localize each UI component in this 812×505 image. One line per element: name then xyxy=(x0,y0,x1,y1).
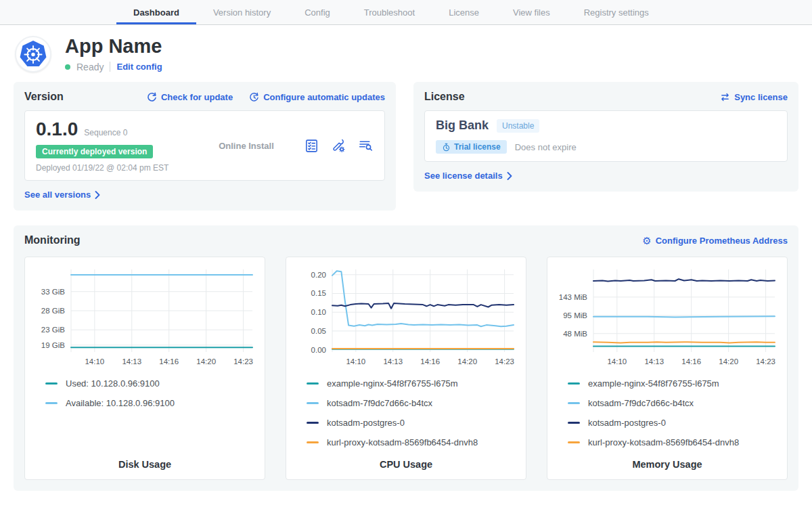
status-dot-icon xyxy=(65,64,70,70)
sync-license-button[interactable]: Sync license xyxy=(720,92,788,102)
legend-item: example-nginx-54f8f76755-l675m xyxy=(556,374,779,393)
logs-magnifier-icon xyxy=(358,139,374,152)
legend-label: example-nginx-54f8f76755-l675m xyxy=(327,378,458,389)
tab-view-files[interactable]: View files xyxy=(496,0,567,24)
channel-badge: Unstable xyxy=(497,119,539,133)
svg-text:0.20: 0.20 xyxy=(311,271,326,279)
deployed-badge: Currently deployed version xyxy=(36,145,153,158)
legend-item: kotsadm-postgres-0 xyxy=(556,413,779,433)
refresh-icon xyxy=(147,92,157,102)
legend-item: Used: 10.128.0.96:9100 xyxy=(33,374,256,393)
license-panel: Big Bank Unstable Trial license Does not… xyxy=(424,110,788,162)
tab-dashboard[interactable]: Dashboard xyxy=(116,0,196,24)
sync-arrows-icon xyxy=(720,92,730,102)
disk-usage-svg: 14:1014:1314:1614:2014:2333 GiB28 GiB23 … xyxy=(33,265,256,368)
legend-swatch xyxy=(307,382,319,385)
stopwatch-icon xyxy=(442,143,451,152)
svg-text:14:20: 14:20 xyxy=(457,357,477,366)
svg-text:14:10: 14:10 xyxy=(85,357,104,366)
legend-label: Used: 10.128.0.96:9100 xyxy=(66,378,160,389)
svg-text:19 GiB: 19 GiB xyxy=(41,341,65,349)
cpu-usage-card: 14:1014:1314:1614:2014:230.200.150.100.0… xyxy=(286,257,526,480)
svg-text:14:16: 14:16 xyxy=(159,357,179,366)
memory-usage-plot: 14:1014:1314:1614:2014:23143 MiB95 MiB48… xyxy=(556,265,779,368)
tab-config[interactable]: Config xyxy=(288,0,347,24)
legend-item: kurl-proxy-kotsadm-8569fb6454-dnvh8 xyxy=(294,433,518,452)
version-card-title: Version xyxy=(24,91,64,103)
legend-label: Available: 10.128.0.96:9100 xyxy=(66,398,175,408)
edit-config-icon-button[interactable] xyxy=(331,138,346,153)
svg-text:95 MiB: 95 MiB xyxy=(563,311,587,320)
tab-version-history[interactable]: Version history xyxy=(196,0,288,24)
svg-text:14:20: 14:20 xyxy=(196,357,216,366)
chart-title: CPU Usage xyxy=(294,452,518,470)
app-status: Ready xyxy=(76,62,104,72)
app-title: App Name xyxy=(65,36,162,56)
svg-text:0.15: 0.15 xyxy=(311,289,326,297)
legend-swatch xyxy=(307,402,319,404)
svg-text:143 MiB: 143 MiB xyxy=(559,293,588,301)
legend-swatch xyxy=(568,441,580,443)
app-logo xyxy=(15,36,51,72)
license-card-title: License xyxy=(424,91,465,103)
configure-prometheus-button[interactable]: ⚙ Configure Prometheus Address xyxy=(642,236,788,246)
preflight-checks-button[interactable] xyxy=(304,139,319,153)
monitoring-section: Monitoring ⚙ Configure Prometheus Addres… xyxy=(14,225,798,491)
chart-title: Memory Usage xyxy=(556,452,779,470)
deployed-timestamp: Deployed 01/19/22 @ 02:04 pm EST xyxy=(36,163,188,173)
svg-text:14:10: 14:10 xyxy=(346,357,365,366)
wrench-gear-icon xyxy=(331,138,346,153)
check-for-update-button[interactable]: Check for update xyxy=(147,92,233,102)
gear-icon: ⚙ xyxy=(642,236,651,246)
svg-text:14:23: 14:23 xyxy=(756,357,775,366)
svg-text:0.05: 0.05 xyxy=(311,327,326,335)
legend-item: Available: 10.128.0.96:9100 xyxy=(33,393,256,413)
disk-usage-card: 14:1014:1314:1614:2014:2333 GiB28 GiB23 … xyxy=(24,257,265,480)
tab-license[interactable]: License xyxy=(432,0,496,24)
legend-label: kotsadm-7f9dc7d66c-b4tcx xyxy=(588,398,694,408)
cpu-usage-plot: 14:1014:1314:1614:2014:230.200.150.100.0… xyxy=(294,265,518,368)
legend-swatch xyxy=(568,382,580,385)
svg-text:0.00: 0.00 xyxy=(311,346,326,354)
svg-text:48 MiB: 48 MiB xyxy=(563,330,587,338)
legend-item: kotsadm-postgres-0 xyxy=(294,413,518,433)
install-type-label: Online Install xyxy=(188,141,304,151)
configure-automatic-updates-button[interactable]: Configure automatic updates xyxy=(249,92,385,102)
legend-swatch xyxy=(307,441,319,443)
cpu-usage-legend: example-nginx-54f8f76755-l675mkotsadm-7f… xyxy=(294,374,518,452)
top-navigation: Dashboard Version history Config Trouble… xyxy=(0,0,812,25)
legend-label: kurl-proxy-kotsadm-8569fb6454-dnvh8 xyxy=(588,437,739,447)
tab-troubleshoot[interactable]: Troubleshoot xyxy=(347,0,432,24)
see-license-details-link[interactable]: See license details xyxy=(424,171,512,181)
app-header: App Name Ready Edit config xyxy=(0,25,812,79)
svg-text:14:13: 14:13 xyxy=(644,357,664,366)
svg-text:14:16: 14:16 xyxy=(681,357,701,366)
memory-usage-card: 14:1014:1314:1614:2014:23143 MiB95 MiB48… xyxy=(547,257,788,480)
clock-refresh-icon xyxy=(249,92,259,102)
svg-text:14:13: 14:13 xyxy=(122,357,141,366)
tab-registry-settings[interactable]: Registry settings xyxy=(567,0,666,24)
svg-text:14:10: 14:10 xyxy=(607,357,627,366)
svg-text:33 GiB: 33 GiB xyxy=(41,288,65,296)
legend-swatch xyxy=(45,402,58,404)
cpu-usage-svg: 14:1014:1314:1614:2014:230.200.150.100.0… xyxy=(294,265,518,368)
svg-text:0.10: 0.10 xyxy=(311,308,326,316)
see-all-versions-link[interactable]: See all versions xyxy=(24,190,100,200)
edit-config-link[interactable]: Edit config xyxy=(116,62,162,72)
view-diff-button[interactable] xyxy=(358,139,374,152)
divider xyxy=(110,62,110,72)
legend-swatch xyxy=(568,422,580,424)
monitoring-title: Monitoring xyxy=(24,234,81,246)
legend-label: example-nginx-54f8f76755-l675m xyxy=(588,378,719,389)
legend-item: example-nginx-54f8f76755-l675m xyxy=(294,374,518,393)
license-expiration: Does not expire xyxy=(515,142,577,152)
disk-usage-plot: 14:1014:1314:1614:2014:2333 GiB28 GiB23 … xyxy=(33,265,256,368)
deployed-version-panel: 0.1.0 Sequence 0 Currently deployed vers… xyxy=(24,110,385,181)
legend-swatch xyxy=(45,382,58,385)
chevron-right-icon xyxy=(507,172,512,180)
checklist-icon xyxy=(304,139,319,153)
version-sequence: Sequence 0 xyxy=(84,128,127,137)
legend-label: kotsadm-postgres-0 xyxy=(327,418,405,428)
legend-label: kotsadm-postgres-0 xyxy=(588,418,666,428)
svg-text:14:23: 14:23 xyxy=(495,357,514,366)
